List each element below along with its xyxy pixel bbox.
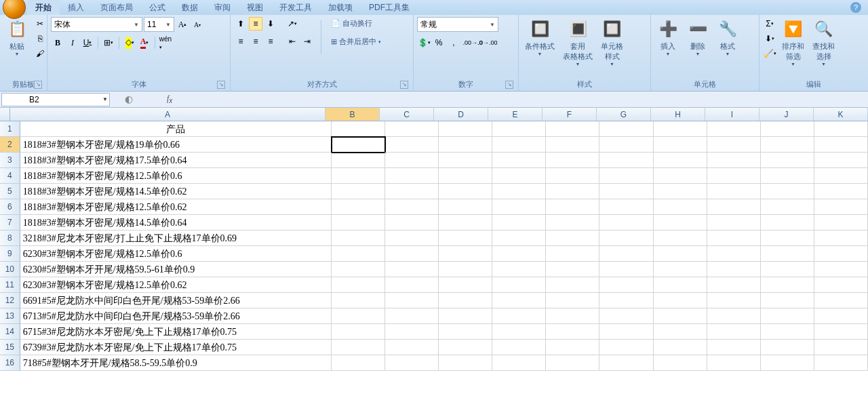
- cell-A9[interactable]: 6230#3#塑钢本牙密尾/规格12.5单价0.6: [20, 246, 332, 262]
- format-painter-icon[interactable]: 🖌: [33, 47, 47, 60]
- cell-A2[interactable]: 1818#3#塑钢本牙密尾/规格19单价0.66: [20, 137, 332, 153]
- cell-K14[interactable]: [814, 324, 868, 340]
- cell-G12[interactable]: [599, 293, 653, 308]
- cell-D2[interactable]: [439, 137, 492, 153]
- format-button[interactable]: 🔧格式▼: [714, 17, 741, 58]
- cell-I14[interactable]: [707, 324, 761, 340]
- cell-G8[interactable]: [599, 231, 653, 246]
- row-header-14[interactable]: 14: [0, 324, 20, 340]
- cell-H15[interactable]: [654, 340, 707, 355]
- row-header-12[interactable]: 12: [0, 293, 20, 308]
- cell-G7[interactable]: [599, 215, 653, 231]
- cell-K15[interactable]: [814, 340, 868, 355]
- cell-J1[interactable]: [761, 121, 814, 137]
- cell-D3[interactable]: [439, 153, 492, 168]
- cell-F9[interactable]: [546, 246, 599, 262]
- cell-D13[interactable]: [439, 308, 492, 324]
- row-header-3[interactable]: 3: [0, 153, 20, 168]
- align-center-icon[interactable]: ≡: [249, 35, 262, 48]
- cell-A14[interactable]: 6715#3#尼龙防水本牙密尾/免上下止规格17单价0.75: [20, 324, 332, 340]
- cell-F8[interactable]: [546, 231, 599, 246]
- cell-B2[interactable]: [332, 137, 385, 153]
- clear-icon[interactable]: 🧹▾: [763, 47, 776, 60]
- row-header-5[interactable]: 5: [0, 184, 20, 199]
- tab-数据[interactable]: 数据: [174, 0, 206, 15]
- cell-I13[interactable]: [707, 308, 761, 324]
- grow-font-icon[interactable]: A▴: [176, 18, 189, 31]
- tab-加载项[interactable]: 加载项: [320, 0, 361, 15]
- cell-I6[interactable]: [707, 199, 761, 215]
- cut-icon[interactable]: ✂: [33, 17, 47, 31]
- cell-B3[interactable]: [332, 153, 385, 168]
- cell-H3[interactable]: [654, 153, 707, 168]
- cell-F15[interactable]: [546, 340, 599, 355]
- name-box[interactable]: B2 ▼: [1, 93, 110, 106]
- cell-H6[interactable]: [654, 199, 707, 215]
- cell-J12[interactable]: [761, 293, 814, 308]
- row-header-7[interactable]: 7: [0, 215, 20, 231]
- cell-H9[interactable]: [654, 246, 707, 262]
- cell-A10[interactable]: 6230#5#塑钢本牙开尾/规格59.5-61单价0.9: [20, 262, 332, 277]
- sort-filter-button[interactable]: 🔽排序和 筛选▼: [779, 17, 807, 68]
- cell-H12[interactable]: [654, 293, 707, 308]
- format-table-button[interactable]: 🔳套用 表格格式▼: [560, 17, 595, 68]
- col-header-F[interactable]: F: [542, 108, 597, 121]
- cell-B13[interactable]: [332, 308, 385, 324]
- row-header-9[interactable]: 9: [0, 246, 20, 262]
- font-size-combo[interactable]: 11▼: [144, 17, 174, 32]
- cell-F5[interactable]: [546, 184, 599, 199]
- col-header-D[interactable]: D: [434, 108, 488, 121]
- cell-H13[interactable]: [654, 308, 707, 324]
- cell-F6[interactable]: [546, 199, 599, 215]
- decrease-indent-icon[interactable]: ⇤: [285, 35, 299, 48]
- font-name-combo[interactable]: 宋体▼: [51, 17, 142, 32]
- cell-F12[interactable]: [546, 293, 599, 308]
- cell-A16[interactable]: 718#5#塑钢本牙开尾/规格58.5-59.5单价0.9: [20, 355, 332, 371]
- cell-C16[interactable]: [385, 355, 439, 371]
- cell-E4[interactable]: [492, 168, 546, 184]
- cell-G16[interactable]: [599, 355, 653, 371]
- cell-E1[interactable]: [492, 121, 546, 137]
- cell-A6[interactable]: 1818#3#塑钢本牙密尾/规格12.5单价0.62: [20, 199, 332, 215]
- cell-J4[interactable]: [761, 168, 814, 184]
- row-header-16[interactable]: 16: [0, 355, 20, 371]
- border-icon[interactable]: ⊞▾: [102, 36, 115, 49]
- cell-I11[interactable]: [707, 277, 761, 293]
- cell-G9[interactable]: [599, 246, 653, 262]
- cell-C4[interactable]: [385, 168, 439, 184]
- cell-D9[interactable]: [439, 246, 492, 262]
- cell-A13[interactable]: 6713#5#尼龙防水中间印白色开尾/规格53-59单价2.66: [20, 308, 332, 324]
- cell-B12[interactable]: [332, 293, 385, 308]
- cell-I7[interactable]: [707, 215, 761, 231]
- find-select-button[interactable]: 🔍查找和 选择▼: [810, 17, 837, 68]
- row-header-4[interactable]: 4: [0, 168, 20, 184]
- cell-D5[interactable]: [439, 184, 492, 199]
- cell-G13[interactable]: [599, 308, 653, 324]
- cell-C7[interactable]: [385, 215, 439, 231]
- cell-A4[interactable]: 1818#3#塑钢本牙密尾/规格12.5单价0.6: [20, 168, 332, 184]
- cell-I15[interactable]: [707, 340, 761, 355]
- comma-icon[interactable]: ,: [447, 36, 460, 49]
- cell-H5[interactable]: [654, 184, 707, 199]
- cell-E7[interactable]: [492, 215, 546, 231]
- delete-button[interactable]: ➖删除▼: [684, 17, 711, 58]
- cell-H2[interactable]: [654, 137, 707, 153]
- cell-E15[interactable]: [492, 340, 546, 355]
- cell-J10[interactable]: [761, 262, 814, 277]
- currency-icon[interactable]: 💲▾: [417, 36, 431, 49]
- tab-视图[interactable]: 视图: [239, 0, 271, 15]
- cell-styles-button[interactable]: 🔲单元格 样式▼: [598, 17, 626, 68]
- cell-C12[interactable]: [385, 293, 439, 308]
- cell-H1[interactable]: [654, 121, 707, 137]
- cell-K5[interactable]: [814, 184, 868, 199]
- font-color-icon[interactable]: A▾: [138, 36, 151, 49]
- cell-K7[interactable]: [814, 215, 868, 231]
- cell-J7[interactable]: [761, 215, 814, 231]
- cell-C2[interactable]: [385, 137, 439, 153]
- cell-I16[interactable]: [707, 355, 761, 371]
- orientation-icon[interactable]: ↗▾: [285, 17, 299, 31]
- align-top-icon[interactable]: ⬆: [234, 17, 248, 31]
- dialog-launcher-icon[interactable]: ↘: [505, 81, 513, 89]
- cell-C5[interactable]: [385, 184, 439, 199]
- tab-开发工具[interactable]: 开发工具: [271, 0, 320, 15]
